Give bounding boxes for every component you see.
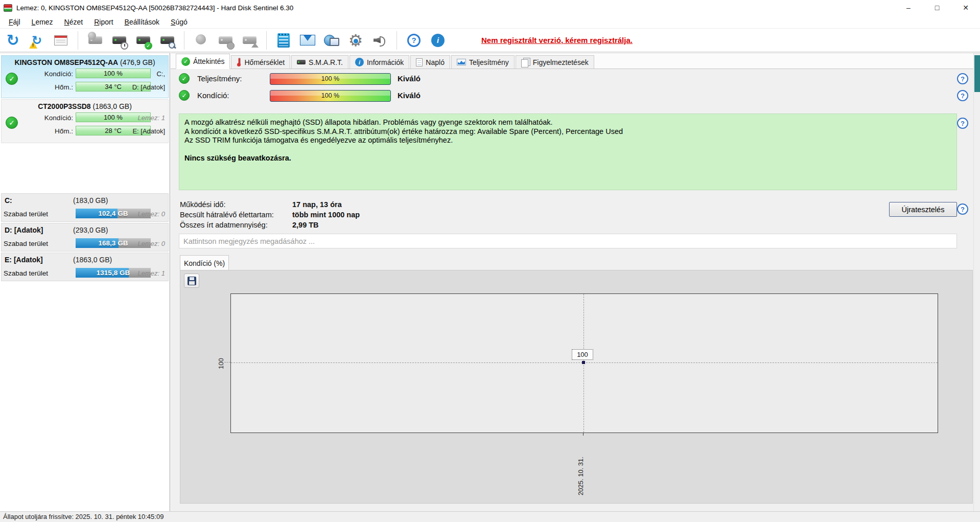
condition-rating: Kiváló (398, 91, 421, 100)
condition-help-icon[interactable] (957, 90, 968, 101)
disk-surface-test-icon[interactable] (158, 31, 176, 50)
performance-bar: 100 % (270, 73, 391, 85)
menu-file[interactable]: Fájl (3, 16, 26, 28)
documents-icon (521, 58, 530, 66)
partition-card-c[interactable]: C: (183,0 GB) Szabad terület 102,4 GB Le… (1, 193, 169, 222)
health-info-box: A mozgó alkatrész nélküli meghajtó (SSD)… (179, 114, 957, 190)
info-line: A mozgó alkatrész nélküli meghajtó (SSD)… (184, 118, 951, 127)
tab-performance[interactable]: Teljesítmény (451, 55, 515, 69)
tab-bar: Áttekintés Hőmérséklet S.M.A.R.T. Inform… (171, 53, 973, 69)
tab-label: Napló (426, 58, 445, 66)
free-space-label: Szabad terület (4, 240, 48, 247)
tab-label: Hőmérséklet (244, 58, 285, 66)
disk-schedule-icon[interactable] (110, 31, 128, 50)
help-icon[interactable] (405, 31, 423, 50)
vertical-scrollbar[interactable] (973, 53, 980, 511)
partition-disk-ref: Lemez: 1 (138, 269, 165, 277)
floppy-disk-icon (188, 277, 196, 285)
power-on-time-label: Működési idő: (180, 200, 225, 209)
disk-offline-icon[interactable] (86, 31, 104, 50)
disk-card-crucial[interactable]: CT2000P3SSD8 (1863,0 GB) Kondíció: 100 %… (1, 99, 169, 143)
chart-plot-area: 100 (230, 293, 938, 433)
menu-disk[interactable]: Lemez (26, 16, 59, 28)
tab-alerts[interactable]: Figyelmeztetések (516, 55, 594, 69)
condition-ok-icon (179, 90, 190, 101)
disk-eject-icon[interactable] (241, 31, 258, 50)
disk-control-icon[interactable] (217, 31, 234, 50)
email-icon[interactable] (299, 31, 316, 50)
scrollbar-thumb[interactable] (974, 55, 980, 92)
partition-size: (183,0 GB) (73, 196, 108, 205)
condition-label: Kondíció: (197, 91, 229, 100)
condition-label: Kondíció: (22, 114, 73, 122)
performance-help-icon[interactable] (957, 73, 968, 84)
condition-bar: 100 % (270, 90, 391, 102)
network-icon[interactable] (323, 31, 340, 50)
info-icon (355, 58, 364, 66)
refresh-warning-icon[interactable] (28, 31, 45, 50)
chart-tab-condition[interactable]: Kondíció (%) (180, 255, 229, 270)
data-point-label: 100 (572, 349, 593, 360)
info-icon[interactable] (429, 31, 447, 50)
disk-name: CT2000P3SSD8 (38, 102, 91, 110)
menu-report[interactable]: Riport (88, 16, 119, 28)
disk-name: KINGSTON OM8SEP4512Q-AA (14, 58, 118, 66)
toolbar-separator (266, 31, 267, 50)
app-icon (4, 4, 12, 12)
partition-name: C: (5, 196, 12, 205)
partition-disk-ref: Lemez: 0 (138, 210, 165, 218)
partition-card-d[interactable]: D: [Adatok] (293,0 GB) Szabad terület 16… (1, 223, 169, 252)
refresh-icon[interactable] (4, 31, 21, 50)
performance-value: 100 % (321, 75, 339, 82)
condition-label: Kondíció: (22, 70, 73, 78)
temperature-label: Hőm.: (22, 83, 73, 91)
partition-disk-ref: Lemez: 0 (138, 240, 165, 247)
disk-title: CT2000P3SSD8 (1863,0 GB) (2, 102, 168, 110)
acoustic-icon[interactable] (193, 31, 210, 50)
retest-help-icon[interactable] (957, 203, 968, 215)
menu-view[interactable]: Nézet (59, 16, 89, 28)
minimize-button[interactable]: – (894, 0, 923, 15)
tab-label: Figyelmeztetések (533, 58, 589, 66)
temperature-label: Hőm.: (22, 127, 73, 135)
lifetime-label: Becsült hátralévő élettartam: (180, 211, 274, 219)
settings-gear-icon[interactable] (347, 31, 364, 50)
condition-bar: 100 % (76, 69, 151, 78)
partition-name: E: [Adatok] (5, 256, 43, 264)
tab-information[interactable]: Információk (349, 55, 409, 69)
partition-card-e[interactable]: E: [Adatok] (1863,0 GB) Szabad terület 1… (1, 253, 169, 281)
register-notice-link[interactable]: Nem regisztrált verzió, kérem regisztrál… (481, 36, 633, 44)
info-action-line: Nincs szükség beavatkozásra. (184, 154, 951, 163)
tab-label: S.M.A.R.T. (309, 58, 343, 66)
disk-size: (1863,0 GB) (93, 102, 132, 110)
menu-settings[interactable]: Beállítások (119, 16, 166, 28)
toolbar-separator (396, 31, 397, 50)
menu-bar: Fájl Lemez Nézet Riport Beállítások Súgó (0, 15, 980, 28)
power-on-time-value: 17 nap, 13 óra (292, 200, 342, 209)
retest-button[interactable]: Újratesztelés (889, 202, 957, 217)
disk-status-ok-icon (6, 117, 18, 129)
x-axis-tick (583, 433, 584, 436)
disk-card-kingston[interactable]: KINGSTON OM8SEP4512Q-AA (476,9 GB) Kondí… (1, 55, 169, 98)
tab-smart[interactable]: S.M.A.R.T. (291, 55, 348, 69)
quick-report-icon[interactable] (52, 31, 69, 50)
free-space-label: Szabad terület (4, 269, 48, 277)
menu-help[interactable]: Súgó (165, 16, 193, 28)
comment-input[interactable] (179, 234, 957, 248)
tab-overview[interactable]: Áttekintés (176, 54, 230, 69)
status-text: Állapot utoljára frissítve: 2025. 10. 31… (3, 513, 164, 520)
disk-test-ok-icon[interactable] (134, 31, 152, 50)
tab-log[interactable]: Napló (410, 55, 450, 69)
sound-icon[interactable] (371, 31, 388, 50)
disk-partitions-ref: D: [Adatok] (132, 83, 165, 91)
overview-content: Teljesítmény: 100 % Kiváló Kondíció: 100… (171, 69, 973, 511)
data-point (582, 361, 585, 364)
maximize-button[interactable]: □ (923, 0, 951, 15)
info-help-icon[interactable] (957, 118, 968, 129)
report-icon[interactable] (275, 31, 292, 50)
tab-label: Információk (367, 58, 404, 66)
save-chart-button[interactable] (184, 274, 199, 288)
close-button[interactable]: ✕ (951, 0, 980, 15)
tab-label: Áttekintés (193, 57, 224, 65)
tab-temperature[interactable]: Hőmérséklet (231, 55, 290, 69)
